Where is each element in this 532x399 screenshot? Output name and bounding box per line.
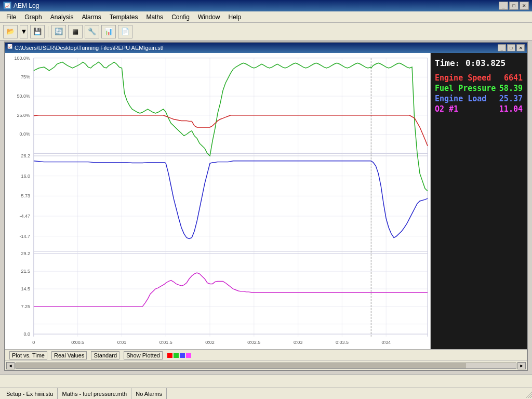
svg-text:5.73: 5.73 — [21, 193, 30, 198]
menu-bar: File Graph Analysis Alarms Templates Mat… — [0, 11, 532, 23]
svg-text:0:01: 0:01 — [117, 340, 127, 345]
menu-config[interactable]: Config — [167, 12, 194, 22]
color-box-green — [174, 353, 179, 358]
status-maths: Maths - fuel pressure.mth — [58, 388, 131, 399]
window-controls: _ □ ✕ — [499, 2, 529, 10]
svg-text:14.5: 14.5 — [21, 286, 30, 291]
svg-text:100.0%: 100.0% — [14, 56, 30, 61]
chart-area[interactable]: 100.0% 75% 50.0% 25.0% 0.0% 26.2 16.0 5.… — [5, 53, 431, 349]
svg-text:0:00.5: 0:00.5 — [71, 340, 84, 345]
svg-text:0.0%: 0.0% — [19, 132, 30, 137]
status-setup-text: Setup - Ex hiiiii.stu — [6, 391, 53, 397]
engine-speed-row: Engine Speed 6641 — [435, 73, 523, 83]
status-maths-text: Maths - fuel pressure.mth — [62, 391, 127, 397]
scroll-right-btn[interactable]: ► — [517, 362, 526, 369]
close-btn[interactable]: ✕ — [520, 2, 529, 10]
doc-button[interactable]: 📄 — [118, 25, 132, 38]
app-icon: 📈 — [3, 2, 11, 10]
color-boxes — [167, 352, 192, 358]
time-display: Time: 0:03.825 — [435, 57, 523, 68]
menu-maths[interactable]: Maths — [142, 12, 167, 22]
resize-grip[interactable] — [526, 392, 532, 399]
svg-text:-4.47: -4.47 — [19, 214, 30, 219]
engine-load-value: 25.37 — [499, 94, 523, 103]
menu-alarms[interactable]: Alarms — [77, 12, 105, 22]
dropdown-button[interactable]: ▼ — [20, 25, 28, 38]
engine-load-row: Engine Load 25.37 — [435, 94, 523, 103]
title-bar: 📈 AEM Log _ □ ✕ — [0, 0, 532, 11]
menu-help[interactable]: Help — [224, 12, 246, 22]
svg-text:0: 0 — [32, 340, 35, 345]
status-bar: Setup - Ex hiiiii.stu Maths - fuel press… — [0, 388, 532, 399]
plot-vs-time-btn[interactable]: Plot vs. Time — [9, 351, 47, 360]
standard-btn[interactable]: Standard — [91, 351, 119, 360]
time-value: 0:03.825 — [466, 58, 506, 68]
wrench-button[interactable]: 🔧 — [85, 25, 99, 38]
inner-close-btn[interactable]: ✕ — [516, 44, 525, 51]
color-box-magenta — [186, 353, 191, 358]
svg-text:0:01.5: 0:01.5 — [159, 340, 172, 345]
fuel-pressure-row: Fuel Pressure 58.39 — [435, 84, 523, 93]
app-title: AEM Log — [14, 2, 499, 9]
scrollbar-thumb[interactable] — [16, 363, 466, 368]
refresh-button[interactable]: 🔄 — [51, 25, 66, 38]
inner-title-icon: 📈 — [7, 44, 15, 51]
save-button[interactable]: 💾 — [30, 25, 45, 38]
toolbar: 📂 ▼ 💾 🔄 ▦ 🔧 📊 📄 — [0, 23, 532, 41]
scrollbar-track[interactable] — [16, 363, 516, 369]
svg-text:0.0: 0.0 — [23, 331, 30, 337]
color-box-red — [167, 353, 172, 358]
fuel-pressure-value: 58.39 — [499, 84, 523, 93]
menu-templates[interactable]: Templates — [105, 12, 142, 22]
chart-svg: 100.0% 75% 50.0% 25.0% 0.0% 26.2 16.0 5.… — [5, 53, 430, 349]
o2-row: O2 #1 11.04 — [435, 104, 523, 114]
maximize-btn[interactable]: □ — [509, 2, 518, 10]
menu-analysis[interactable]: Analysis — [46, 12, 78, 22]
svg-text:0:04: 0:04 — [381, 340, 391, 345]
show-plotted-btn[interactable]: Show Plotted — [124, 351, 163, 360]
real-values-btn[interactable]: Real Values — [51, 351, 87, 360]
chart-button[interactable]: 📊 — [101, 25, 116, 38]
bottom-toolbar-outer — [0, 374, 532, 388]
engine-load-label: Engine Load — [435, 94, 486, 103]
open-button[interactable]: 📂 — [3, 25, 18, 38]
svg-text:0:02.5: 0:02.5 — [247, 340, 260, 345]
menu-window[interactable]: Window — [194, 12, 224, 22]
inner-minimize-btn[interactable]: _ — [498, 44, 506, 51]
table-button[interactable]: ▦ — [68, 25, 83, 38]
svg-text:50.0%: 50.0% — [17, 94, 30, 99]
svg-text:-14.7: -14.7 — [19, 234, 30, 239]
svg-text:16.0: 16.0 — [21, 174, 30, 179]
scrollbar-area[interactable]: ◄ ► — [5, 361, 527, 370]
engine-speed-label: Engine Speed — [435, 73, 491, 83]
inner-window-title: C:\Users\USER\Desktop\Tunning Files\REPU… — [15, 45, 497, 51]
svg-rect-0 — [5, 53, 430, 349]
inner-maximize-btn[interactable]: □ — [507, 44, 515, 51]
menu-file[interactable]: File — [2, 12, 20, 22]
svg-line-56 — [530, 396, 532, 398]
scroll-left-btn[interactable]: ◄ — [6, 362, 15, 369]
svg-text:21.5: 21.5 — [21, 269, 30, 274]
o2-value: 11.04 — [499, 104, 523, 114]
minimize-btn[interactable]: _ — [499, 2, 508, 10]
engine-speed-value: 6641 — [504, 73, 523, 83]
color-box-blue — [180, 353, 185, 358]
svg-text:0:02: 0:02 — [205, 340, 215, 345]
status-alarms: No Alarms — [131, 388, 167, 399]
svg-text:7.25: 7.25 — [21, 304, 30, 309]
status-alarms-text: No Alarms — [136, 391, 162, 397]
svg-text:0:03: 0:03 — [294, 340, 303, 345]
svg-text:29.2: 29.2 — [21, 251, 30, 256]
o2-label: O2 #1 — [435, 104, 458, 114]
data-panel: Time: 0:03.825 Engine Speed 6641 Fuel Pr… — [431, 53, 527, 349]
status-setup: Setup - Ex hiiiii.stu — [2, 388, 58, 399]
inner-bottom-toolbar: Plot vs. Time Real Values Standard Show … — [5, 349, 527, 361]
svg-text:25.0%: 25.0% — [17, 113, 30, 118]
time-label: Time: — [435, 58, 460, 68]
inner-window: 📈 C:\Users\USER\Desktop\Tunning Files\RE… — [4, 42, 528, 371]
svg-text:26.2: 26.2 — [21, 153, 30, 158]
inner-title-bar: 📈 C:\Users\USER\Desktop\Tunning Files\RE… — [5, 43, 527, 53]
menu-graph[interactable]: Graph — [20, 12, 46, 22]
svg-text:75%: 75% — [21, 74, 30, 79]
svg-text:0:03.5: 0:03.5 — [336, 340, 349, 345]
